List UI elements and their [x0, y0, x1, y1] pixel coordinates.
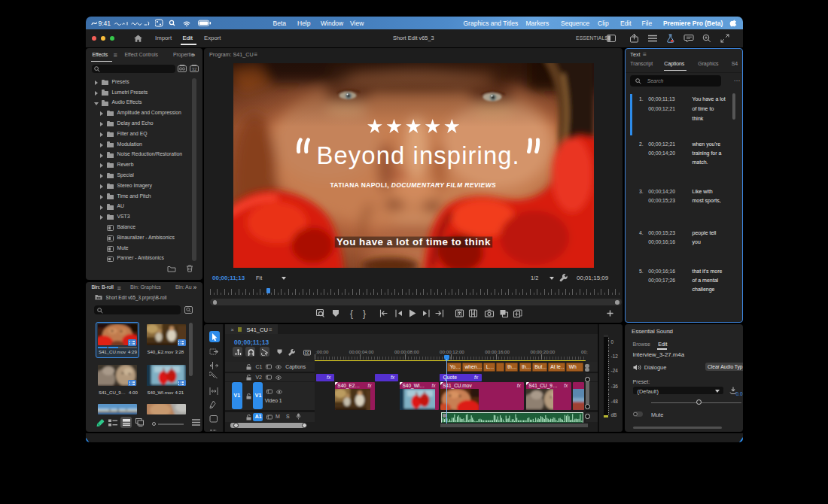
- svg-text:32: 32: [191, 67, 196, 71]
- svg-text:TATIANA NAPOLI, DOCUMENTARY FI: TATIANA NAPOLI, DOCUMENTARY FILM REVIEWS: [330, 181, 496, 189]
- svg-text:You have a lot of time to thin: You have a lot of time to think: [336, 236, 491, 247]
- svg-text:}: }: [363, 308, 366, 319]
- svg-text:Beyond inspiring.: Beyond inspiring.: [317, 141, 520, 169]
- svg-text:{: {: [350, 308, 353, 319]
- svg-text:CC: CC: [304, 351, 309, 355]
